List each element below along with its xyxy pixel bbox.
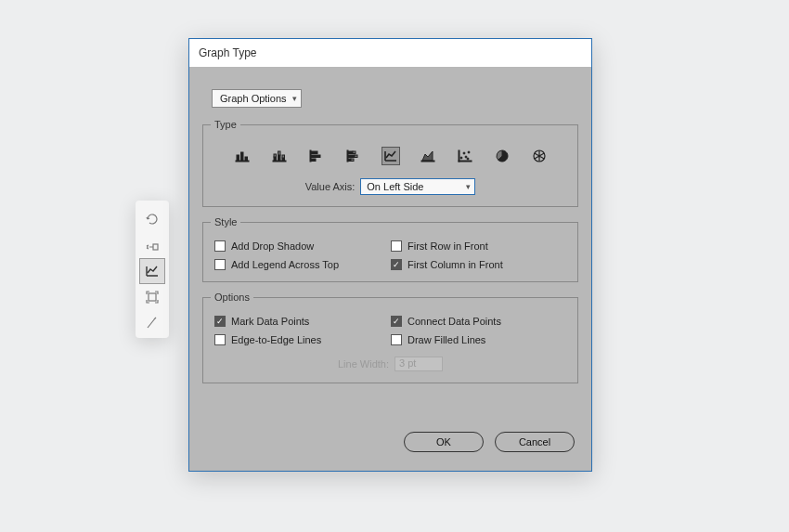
chevron-down-icon: ▾ — [466, 182, 471, 191]
dialog-title: Graph Type — [199, 46, 256, 59]
line-width-field: 3 pt — [394, 357, 443, 371]
svg-rect-30 — [459, 161, 472, 162]
svg-point-29 — [467, 158, 469, 160]
group-type-label: Type — [211, 119, 240, 130]
svg-point-26 — [463, 152, 465, 154]
tool-artboard-icon[interactable] — [139, 284, 165, 310]
svg-rect-20 — [355, 155, 357, 158]
checkbox-edge-lines[interactable]: Edge-to-Edge Lines — [214, 334, 391, 345]
tool-slice-icon[interactable] — [139, 310, 165, 336]
tool-symbol-sprayer-icon[interactable] — [139, 232, 165, 258]
graph-line-icon[interactable] — [382, 147, 400, 165]
group-options-label: Options — [211, 292, 253, 303]
svg-rect-24 — [421, 161, 434, 162]
graph-column-icon[interactable] — [233, 147, 252, 165]
value-axis-row: Value Axis: On Left Side ▾ — [214, 178, 566, 195]
svg-point-27 — [465, 156, 467, 158]
svg-rect-6 — [274, 157, 277, 161]
section-dropdown[interactable]: Graph Options ▾ — [212, 89, 302, 108]
svg-rect-2 — [237, 155, 239, 161]
graph-type-row — [214, 143, 566, 178]
chevron-down-icon: ▾ — [292, 94, 297, 103]
svg-rect-14 — [311, 155, 320, 158]
tool-strip — [136, 201, 169, 338]
svg-rect-8 — [278, 155, 280, 161]
graph-area-icon[interactable] — [419, 147, 437, 165]
svg-rect-23 — [347, 150, 348, 162]
group-style: Style Add Drop Shadow First Row in Front… — [202, 216, 578, 282]
svg-rect-13 — [311, 151, 317, 154]
svg-rect-3 — [240, 152, 243, 161]
svg-rect-17 — [348, 151, 353, 154]
value-axis-select[interactable]: On Left Side ▾ — [360, 178, 475, 195]
group-options: Options Mark Data Points Connect Data Po… — [202, 292, 578, 383]
svg-rect-5 — [236, 161, 249, 162]
checkbox-first-col[interactable]: First Column in Front — [391, 259, 566, 270]
graph-stacked-column-icon[interactable] — [270, 147, 289, 165]
graph-stacked-bar-icon[interactable] — [344, 147, 363, 165]
button-row: OK Cancel — [202, 393, 578, 461]
checkbox-mark-points[interactable]: Mark Data Points — [214, 316, 391, 327]
value-axis-value: On Left Side — [367, 181, 423, 192]
svg-rect-1 — [149, 293, 156, 301]
svg-rect-4 — [245, 157, 248, 161]
svg-rect-11 — [282, 155, 285, 158]
svg-point-25 — [460, 157, 462, 159]
ok-button[interactable]: OK — [404, 432, 484, 452]
checkbox-legend-top[interactable]: Add Legend Across Top — [214, 259, 391, 270]
svg-rect-0 — [153, 244, 158, 250]
checkbox-filled-lines[interactable]: Draw Filled Lines — [391, 334, 566, 345]
line-width-row: Line Width: 3 pt — [214, 357, 566, 371]
checkbox-connect-points[interactable]: Connect Data Points — [391, 316, 566, 327]
line-width-label: Line Width: — [338, 358, 389, 370]
tool-rotate-icon[interactable] — [139, 206, 165, 232]
svg-point-28 — [468, 151, 470, 153]
svg-rect-19 — [348, 155, 355, 158]
section-dropdown-label: Graph Options — [220, 93, 287, 104]
graph-bar-icon[interactable] — [307, 147, 326, 165]
svg-rect-16 — [310, 150, 311, 162]
dialog-body: Graph Options ▾ Type — [189, 67, 591, 471]
graph-scatter-icon[interactable] — [456, 147, 474, 165]
graph-radar-icon[interactable] — [530, 147, 549, 165]
svg-rect-22 — [351, 159, 354, 162]
svg-rect-9 — [278, 151, 280, 155]
tool-graph-icon[interactable] — [139, 258, 165, 284]
checkbox-drop-shadow[interactable]: Add Drop Shadow — [214, 240, 391, 252]
svg-rect-12 — [273, 161, 286, 162]
group-style-label: Style — [211, 216, 240, 227]
svg-rect-7 — [274, 154, 277, 157]
group-type: Type — [202, 119, 578, 207]
svg-rect-15 — [311, 159, 316, 162]
cancel-button[interactable]: Cancel — [495, 432, 575, 452]
graph-pie-icon[interactable] — [493, 147, 511, 165]
checkbox-first-row[interactable]: First Row in Front — [391, 240, 566, 252]
value-axis-label: Value Axis: — [305, 181, 356, 192]
svg-rect-18 — [353, 151, 356, 154]
svg-rect-31 — [459, 150, 459, 162]
dialog-titlebar[interactable]: Graph Type — [189, 39, 591, 67]
graph-type-dialog: Graph Type Graph Options ▾ Type — [188, 38, 592, 472]
